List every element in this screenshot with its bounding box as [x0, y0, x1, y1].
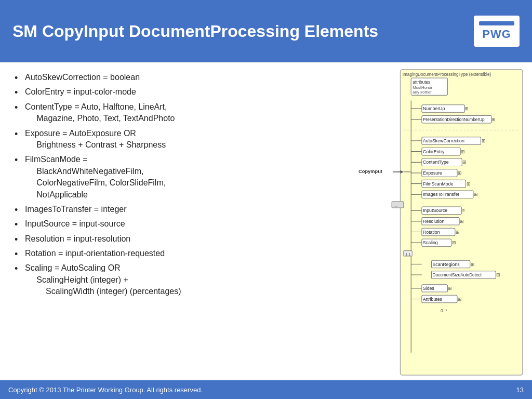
list-item: ImagesToTransfer = integer	[12, 204, 351, 215]
logo-stripe	[479, 21, 514, 25]
svg-text:ColorEntry: ColorEntry	[423, 149, 445, 154]
svg-text:'1 1: '1 1	[405, 252, 410, 257]
bullet-list: AutoSkewCorrection = boolean ColorEntry …	[12, 72, 351, 298]
svg-text:⊞: ⊞	[456, 230, 460, 235]
svg-text:⊞: ⊞	[461, 149, 465, 154]
svg-text:≡: ≡	[462, 208, 464, 213]
svg-text:⊞: ⊞	[458, 170, 462, 176]
list-item: ContentType = Auto, Halftone, LineArt, M…	[12, 101, 351, 125]
list-item: Resolution = input-resolution	[12, 233, 351, 245]
svg-text:⊞: ⊞	[496, 272, 500, 277]
diagram-svg: ImagingDocumentProcessingType (extensibl…	[357, 68, 524, 380]
svg-text:AutoSkewCorrection: AutoSkewCorrection	[423, 138, 464, 143]
svg-text:⊞: ⊞	[471, 262, 475, 267]
bullet-list-container: AutoSkewCorrection = boolean ColorEntry …	[8, 68, 351, 380]
svg-text:⊞: ⊞	[491, 117, 496, 122]
svg-text:FilmScanMode: FilmScanMode	[423, 181, 454, 187]
svg-text:⊞: ⊞	[464, 106, 469, 111]
svg-text:ScanRegions: ScanRegions	[433, 262, 460, 267]
footer-page-number: 13	[516, 386, 524, 394]
page-title: SM CopyInput DocumentProcessing Elements	[12, 21, 378, 42]
svg-text:Attributes: Attributes	[423, 297, 443, 302]
svg-text:⊞: ⊞	[467, 181, 471, 187]
svg-text:Scaling: Scaling	[423, 240, 438, 245]
svg-text:⊞: ⊞	[462, 159, 467, 165]
page-header: SM CopyInput DocumentProcessing Elements…	[0, 0, 532, 62]
list-item: Rotation = input-orientation-requested	[12, 248, 351, 259]
svg-text:DocumentSizeAutoDetect: DocumentSizeAutoDetect	[433, 273, 482, 277]
svg-text:Resolution: Resolution	[423, 219, 445, 224]
svg-text:⊞: ⊞	[448, 286, 452, 291]
list-item: Scaling = AutoScaling OR ScalingHeight (…	[12, 262, 351, 297]
svg-text:MustHonor: MustHonor	[413, 85, 432, 90]
svg-text:...: ...	[393, 203, 397, 208]
list-item: Exposure = AutoExposure OR Brightness + …	[12, 128, 351, 151]
svg-text:attributes: attributes	[413, 80, 430, 85]
footer-copyright: Copyright © 2013 The Printer Working Gro…	[8, 386, 203, 394]
svg-text:⊞: ⊞	[452, 240, 456, 245]
svg-text:⊞: ⊞	[458, 297, 462, 302]
svg-text:ImagingDocumentProcessingType : ImagingDocumentProcessingType (extensibl…	[403, 72, 491, 77]
svg-text:0..*: 0..*	[441, 309, 447, 313]
page-footer: Copyright © 2013 The Printer Working Gro…	[0, 380, 532, 399]
svg-text:InputSource: InputSource	[423, 208, 447, 213]
svg-text:CopyInput: CopyInput	[358, 169, 382, 174]
svg-text:any #other: any #other	[413, 90, 432, 95]
list-item: InputSource = input-source	[12, 218, 351, 230]
list-item: ColorEntry = input-color-mode	[12, 86, 351, 98]
svg-text:PresentationDirectionNumberUp: PresentationDirectionNumberUp	[423, 117, 485, 122]
svg-text:Rotation: Rotation	[423, 230, 440, 235]
logo: PWG	[474, 16, 520, 47]
list-item: AutoSkewCorrection = boolean	[12, 72, 351, 83]
svg-text:⊞: ⊞	[482, 138, 486, 143]
list-item: FilmScanMode = BlackAndWhiteNegativeFilm…	[12, 154, 351, 201]
svg-text:ImagesToTransfer: ImagesToTransfer	[423, 192, 459, 197]
main-content: AutoSkewCorrection = boolean ColorEntry …	[0, 62, 532, 380]
logo-text: PWG	[482, 28, 511, 41]
diagram-container: ImagingDocumentProcessingType (extensibl…	[357, 68, 524, 380]
svg-text:Sides: Sides	[423, 286, 435, 291]
svg-text:⊞: ⊞	[460, 219, 464, 224]
svg-text:⊞: ⊞	[474, 192, 478, 197]
svg-text:ContentType: ContentType	[423, 159, 449, 165]
svg-text:Exposure: Exposure	[423, 170, 442, 176]
svg-text:NumberUp: NumberUp	[423, 106, 445, 111]
